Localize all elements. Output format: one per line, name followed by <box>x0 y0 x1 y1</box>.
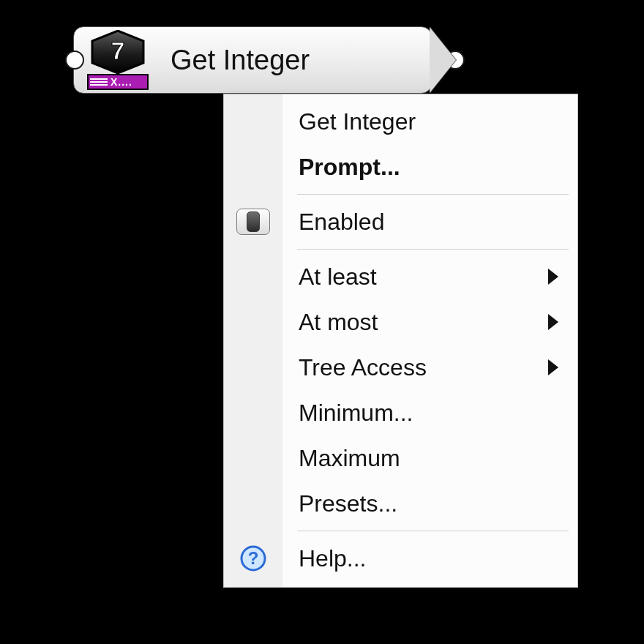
menu-item-prompt[interactable]: Prompt... <box>224 144 577 190</box>
node-get-integer[interactable]: 7 X.... Get Integer <box>73 26 432 94</box>
menu-item-help[interactable]: ?Help... <box>224 536 577 581</box>
menu-item-enabled[interactable]: Enabled <box>224 199 577 244</box>
help-icon: ? <box>239 544 267 572</box>
menu-separator <box>297 531 569 531</box>
menu-item-label: Maximum <box>282 445 558 472</box>
menu-item-label: Get Integer <box>282 108 558 135</box>
menu-item-label: Enabled <box>282 209 558 236</box>
menu-item-title: Get Integer <box>224 99 577 144</box>
integer-icon-number: 7 <box>111 37 125 64</box>
node-input-port[interactable] <box>65 50 84 70</box>
enabled-toggle-icon <box>236 209 270 235</box>
menu-item-maximum[interactable]: Maximum <box>224 435 577 481</box>
menu-item-label: Tree Access <box>282 354 539 381</box>
menu-item-label: Help... <box>282 545 558 572</box>
node-icon: 7 X.... <box>87 30 149 90</box>
menu-item-label: Prompt... <box>282 154 558 181</box>
menu-item-presets[interactable]: Presets... <box>224 481 577 526</box>
context-menu: Get IntegerPrompt...EnabledAt leastAt mo… <box>223 94 578 588</box>
variable-bar-icon: X.... <box>87 74 149 90</box>
menu-item-gutter: ? <box>224 544 282 572</box>
menu-separator <box>297 194 569 195</box>
submenu-arrow-icon <box>548 359 558 375</box>
svg-text:?: ? <box>248 548 259 568</box>
menu-separator <box>297 249 569 250</box>
menu-item-label: At most <box>282 309 539 336</box>
node-output-port[interactable] <box>446 50 465 70</box>
menu-item-atleast[interactable]: At least <box>224 254 577 299</box>
menu-item-label: At least <box>282 263 539 291</box>
menu-item-treeaccess[interactable]: Tree Access <box>224 345 577 390</box>
submenu-arrow-icon <box>548 314 558 330</box>
variable-bar-text: X.... <box>111 76 132 88</box>
node-title: Get Integer <box>171 45 310 76</box>
submenu-arrow-icon <box>548 269 558 285</box>
menu-item-minimum[interactable]: Minimum... <box>224 390 577 435</box>
menu-item-gutter <box>224 209 282 235</box>
menu-item-label: Presets... <box>282 490 558 517</box>
integer-hex-icon: 7 <box>90 30 146 74</box>
menu-item-atmost[interactable]: At most <box>224 299 577 345</box>
menu-item-label: Minimum... <box>282 400 558 427</box>
